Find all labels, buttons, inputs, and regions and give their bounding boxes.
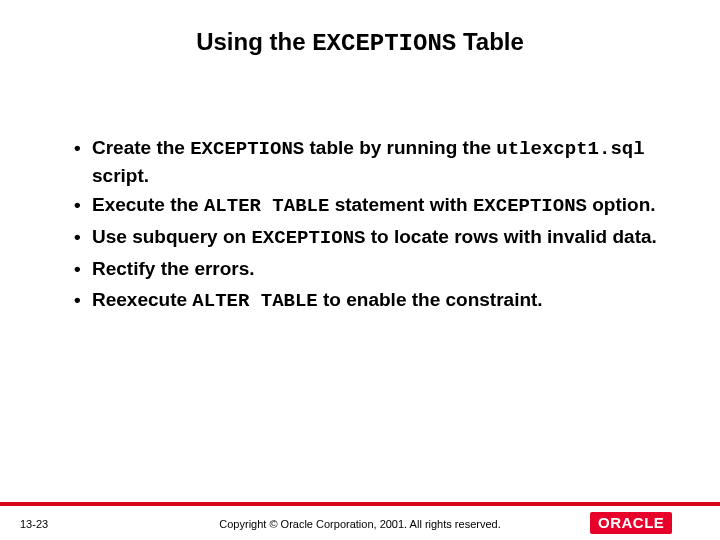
bullet-text: Create the — [92, 137, 190, 158]
bullet-list: Create the EXCEPTIONS table by running t… — [70, 135, 660, 315]
bullet-text: Reexecute — [92, 289, 192, 310]
slide-body: Create the EXCEPTIONS table by running t… — [70, 135, 660, 319]
bullet-code: utlexcpt1.sql — [496, 138, 644, 160]
slide-title: Using the EXCEPTIONS Table — [0, 28, 720, 57]
list-item: Use subquery on EXCEPTIONS to locate row… — [70, 224, 660, 252]
bullet-text: Rectify the errors. — [92, 258, 255, 279]
bullet-text: Use subquery on — [92, 226, 251, 247]
list-item: Rectify the errors. — [70, 256, 660, 284]
bullet-text: to locate rows with invalid data. — [365, 226, 656, 247]
bullet-code: ALTER TABLE — [204, 195, 329, 217]
bullet-text: option. — [587, 194, 656, 215]
list-item: Execute the ALTER TABLE statement with E… — [70, 192, 660, 220]
oracle-logo-text: ORACLE — [590, 512, 672, 534]
bullet-code: EXCEPTIONS — [251, 227, 365, 249]
footer: 13-23 Copyright © Oracle Corporation, 20… — [0, 506, 720, 540]
bullet-text: statement with — [329, 194, 473, 215]
bullet-code: EXCEPTIONS — [473, 195, 587, 217]
list-item: Reexecute ALTER TABLE to enable the cons… — [70, 287, 660, 315]
bullet-code: EXCEPTIONS — [190, 138, 304, 160]
title-post: Table — [456, 28, 524, 55]
oracle-logo: ORACLE — [590, 511, 700, 535]
bullet-text: table by running the — [304, 137, 496, 158]
list-item: Create the EXCEPTIONS table by running t… — [70, 135, 660, 188]
bullet-text: Execute the — [92, 194, 204, 215]
title-code: EXCEPTIONS — [312, 30, 456, 57]
bullet-code: ALTER TABLE — [192, 290, 317, 312]
title-pre: Using the — [196, 28, 312, 55]
bullet-text: to enable the constraint. — [318, 289, 543, 310]
bullet-text: script. — [92, 165, 149, 186]
